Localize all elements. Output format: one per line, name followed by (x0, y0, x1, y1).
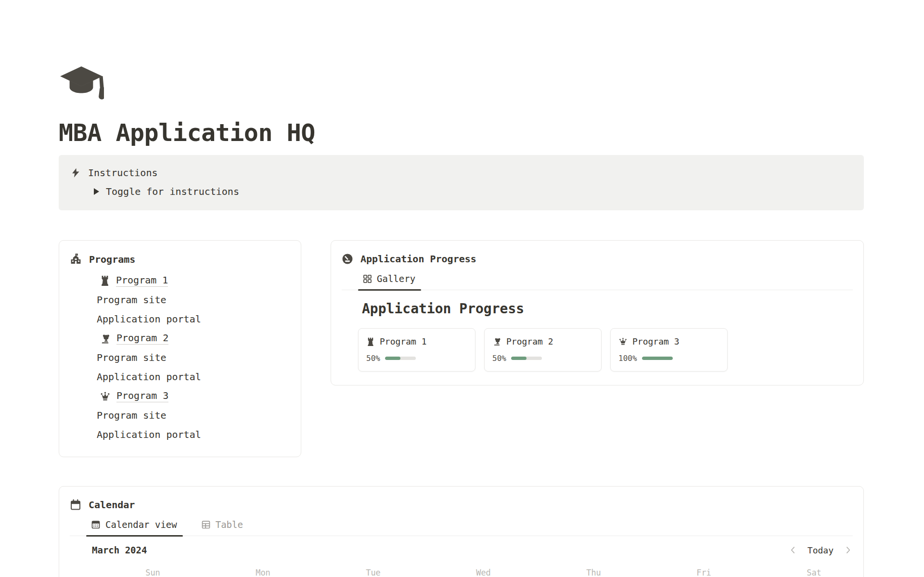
day-header-fri: Fri (649, 568, 759, 577)
page-content: MBA Application HQ Instructions Toggle f… (59, 0, 864, 577)
tab-table[interactable]: Table (196, 519, 249, 536)
instructions-toggle[interactable]: Toggle for instructions (92, 186, 852, 197)
trophy-icon (100, 333, 111, 344)
tab-gallery[interactable]: Gallery (358, 273, 421, 290)
calendar-nav: Today (788, 545, 853, 555)
calendar-tabs-row: Calendar view Table (70, 519, 853, 536)
progress-bar (385, 357, 416, 360)
program-3-link[interactable]: Program 3 (116, 390, 168, 402)
next-month-button[interactable] (843, 545, 853, 555)
tab-calendar-view[interactable]: Calendar view (86, 519, 183, 536)
day-header-tue: Tue (318, 568, 428, 577)
month-label: March 2024 (92, 545, 147, 555)
calendar-icon (70, 499, 81, 511)
progress-percent: 50% (492, 354, 506, 363)
progress-bar (642, 357, 673, 360)
day-header-thu: Thu (539, 568, 649, 577)
program-2-portal[interactable]: Application portal (97, 367, 289, 386)
program-2-link[interactable]: Program 2 (116, 332, 168, 345)
page-title: MBA Application HQ (59, 118, 864, 147)
graduation-cap-icon[interactable] (59, 64, 104, 104)
program-3-site[interactable]: Program site (97, 406, 289, 425)
today-button[interactable]: Today (808, 545, 834, 555)
chevron-left-icon (788, 545, 798, 555)
calendar-card: Calendar Calendar view Table March 2024 … (59, 486, 864, 577)
table-icon (201, 520, 211, 529)
programs-title: Programs (89, 254, 135, 265)
callout-title: Instructions (88, 167, 158, 179)
gallery-grid-icon (363, 274, 372, 283)
instructions-callout: Instructions Toggle for instructions (59, 155, 864, 210)
day-header-sat: Sat (759, 568, 869, 577)
application-progress-card: Application Progress Gallery Application… (331, 240, 864, 385)
gallery-tabs-row: Gallery (342, 273, 853, 290)
programs-card: Programs Program 1 Program site Applicat… (59, 240, 301, 457)
program-2-site[interactable]: Program site (97, 348, 289, 367)
rook-icon (366, 337, 375, 346)
program-2-link-row[interactable]: Program 2 (97, 329, 289, 348)
lightning-icon (71, 167, 81, 178)
prev-month-button[interactable] (788, 545, 798, 555)
program-1-site[interactable]: Program site (97, 290, 289, 309)
gallery-view-title: Application Progress (362, 301, 853, 317)
tab-table-label: Table (216, 519, 243, 530)
gallery-card-program-3[interactable]: Program 3 100% (610, 328, 728, 372)
gauge-icon (342, 253, 353, 265)
gallery-card-program-2[interactable]: Program 2 50% (484, 328, 602, 372)
toggle-triangle-icon[interactable] (94, 188, 99, 195)
chevron-right-icon (843, 545, 853, 555)
day-header-sun: Sun (98, 568, 208, 577)
columns-row: Programs Program 1 Program site Applicat… (59, 240, 864, 457)
calendar-view-icon (91, 520, 101, 529)
program-3-link-row[interactable]: Program 3 (97, 386, 289, 406)
toggle-label: Toggle for instructions (106, 186, 239, 197)
program-3-portal[interactable]: Application portal (97, 425, 289, 444)
progress-percent: 50% (366, 354, 380, 363)
progress-bar (511, 357, 542, 360)
program-1-portal[interactable]: Application portal (97, 309, 289, 329)
program-1-link[interactable]: Program 1 (116, 274, 168, 287)
rook-icon (100, 275, 110, 286)
gallery-card-name: Program 2 (506, 336, 553, 346)
calendar-month-row: March 2024 Today (92, 545, 853, 555)
programs-list: Program 1 Program site Application porta… (97, 271, 289, 444)
gallery-cards-row: Program 1 50% Program 2 5 (358, 328, 853, 372)
application-progress-title: Application Progress (360, 253, 476, 265)
crown-icon (100, 391, 111, 402)
tab-gallery-label: Gallery (377, 273, 415, 284)
calendar-title: Calendar (89, 499, 135, 511)
progress-percent: 100% (618, 354, 637, 363)
program-1-link-row[interactable]: Program 1 (97, 271, 289, 290)
day-headers-row: Sun Mon Tue Wed Thu Fri Sat (98, 568, 869, 577)
day-header-mon: Mon (208, 568, 318, 577)
gallery-card-name: Program 3 (632, 336, 680, 346)
school-icon (70, 253, 82, 265)
gallery-card-program-1[interactable]: Program 1 50% (358, 328, 475, 372)
day-header-wed: Wed (428, 568, 539, 577)
trophy-icon (492, 337, 501, 346)
tab-calendar-view-label: Calendar view (105, 519, 177, 530)
gallery-card-name: Program 1 (380, 336, 427, 346)
crown-icon (618, 337, 628, 346)
